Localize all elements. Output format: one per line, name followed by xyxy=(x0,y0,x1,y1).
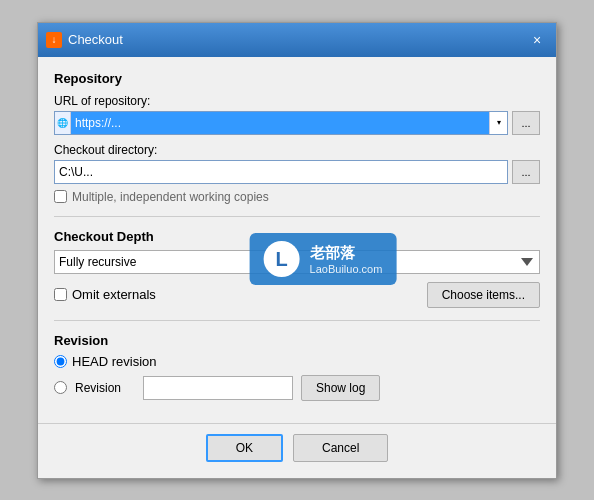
checkout-depth-section: Checkout Depth Fully recursive Immediate… xyxy=(54,229,540,274)
url-dropdown-arrow-icon[interactable]: ▾ xyxy=(489,112,507,134)
dialog-footer: OK Cancel xyxy=(38,423,556,478)
cancel-button[interactable]: Cancel xyxy=(293,434,388,462)
url-icon: 🌐 xyxy=(55,112,71,134)
show-log-button[interactable]: Show log xyxy=(301,375,380,401)
repository-section-label: Repository xyxy=(54,71,540,86)
depth-dropdown[interactable]: Fully recursive Immediate children Only … xyxy=(54,250,540,274)
head-revision-radio[interactable] xyxy=(54,355,67,368)
browse-dir-button[interactable]: ... xyxy=(512,160,540,184)
url-input-inner[interactable]: 🌐 https://... ▾ xyxy=(54,111,508,135)
revision-input-row: Revision Show log xyxy=(54,375,540,401)
dialog-title: Checkout xyxy=(68,32,123,47)
omit-externals-label: Omit externals xyxy=(72,287,156,302)
dialog-body: Repository URL of repository: 🌐 https://… xyxy=(38,57,556,413)
title-bar: ↓ Checkout × xyxy=(38,23,556,57)
omit-left: Omit externals xyxy=(54,287,156,302)
checkout-dir-row: ... xyxy=(54,160,540,184)
omit-externals-checkbox[interactable] xyxy=(54,288,67,301)
divider-2 xyxy=(54,320,540,321)
multiple-copies-row: Multiple, independent working copies xyxy=(54,190,540,204)
head-revision-row: HEAD revision xyxy=(54,354,540,369)
title-bar-left: ↓ Checkout xyxy=(46,32,123,48)
checkout-dir-label: Checkout directory: xyxy=(54,143,540,157)
checkout-dialog: ↓ Checkout × Repository URL of repositor… xyxy=(37,22,557,479)
revision-number-input[interactable] xyxy=(143,376,293,400)
url-field-label: URL of repository: xyxy=(54,94,540,108)
revision-label: Revision xyxy=(75,381,135,395)
depth-select-row: Fully recursive Immediate children Only … xyxy=(54,250,540,274)
checkout-icon: ↓ xyxy=(46,32,62,48)
revision-radio[interactable] xyxy=(54,381,67,394)
url-input-wrapper: 🌐 https://... ▾ ... xyxy=(54,111,540,135)
browse-url-button[interactable]: ... xyxy=(512,111,540,135)
ok-button[interactable]: OK xyxy=(206,434,283,462)
divider-1 xyxy=(54,216,540,217)
url-text: https://... xyxy=(71,112,489,134)
head-revision-label: HEAD revision xyxy=(72,354,157,369)
revision-section: Revision HEAD revision Revision Show log xyxy=(54,333,540,401)
omit-externals-row: Omit externals Choose items... xyxy=(54,282,540,308)
repository-section: Repository URL of repository: 🌐 https://… xyxy=(54,71,540,204)
revision-section-label: Revision xyxy=(54,333,540,348)
close-button[interactable]: × xyxy=(526,29,548,51)
multiple-copies-label: Multiple, independent working copies xyxy=(72,190,269,204)
checkout-depth-label: Checkout Depth xyxy=(54,229,540,244)
checkout-dir-input[interactable] xyxy=(54,160,508,184)
choose-items-button[interactable]: Choose items... xyxy=(427,282,540,308)
multiple-copies-checkbox[interactable] xyxy=(54,190,67,203)
